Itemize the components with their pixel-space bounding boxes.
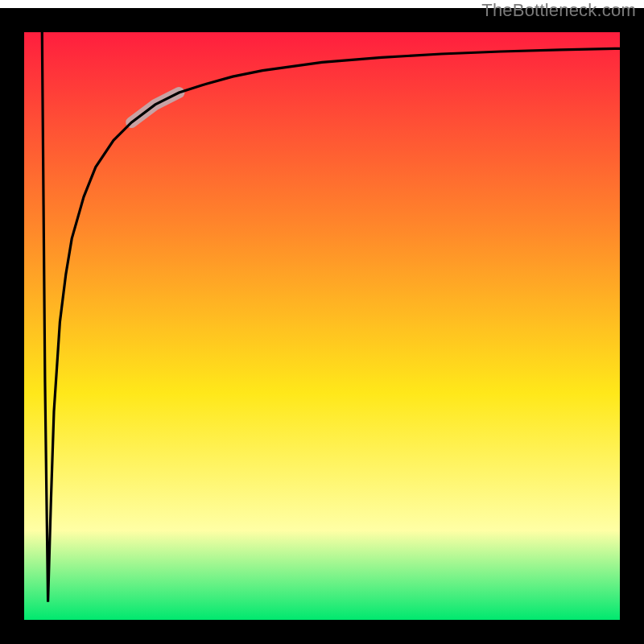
watermark-text: TheBottleneck.com bbox=[481, 0, 636, 21]
plot-background bbox=[24, 24, 620, 620]
bottleneck-chart bbox=[0, 0, 644, 644]
chart-container: TheBottleneck.com bbox=[0, 0, 644, 644]
